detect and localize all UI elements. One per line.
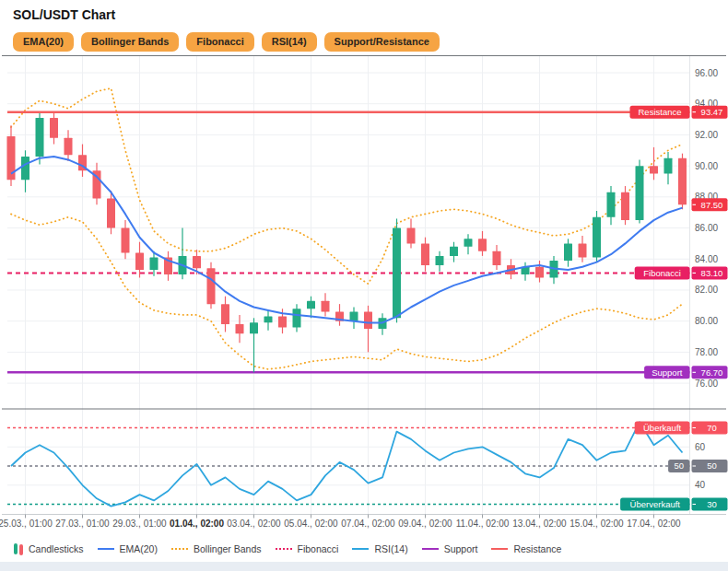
svg-text:Überverkauft: Überverkauft [630, 499, 681, 509]
svg-text:84.00: 84.00 [695, 254, 718, 264]
svg-text:09.04., 02:00: 09.04., 02:00 [398, 519, 452, 529]
indicator-button-bollinger-bands[interactable]: Bollinger Bands [81, 32, 179, 52]
legend-item-candlesticks: Candlesticks [14, 542, 84, 554]
svg-text:01.04., 02:00: 01.04., 02:00 [170, 519, 224, 529]
svg-text:83.10: 83.10 [701, 268, 723, 278]
bollinger-lower-band [11, 214, 683, 369]
legend-item-support: Support [422, 543, 478, 554]
legend-label: Bollinger Bands [194, 543, 262, 554]
legend-item-ema-20-: EMA(20) [98, 543, 158, 554]
svg-text:87.50: 87.50 [701, 200, 723, 210]
legend-swatch [352, 548, 369, 550]
svg-text:92.00: 92.00 [695, 130, 718, 140]
svg-text:Resistance: Resistance [639, 107, 682, 117]
legend-item-bollinger-bands: Bollinger Bands [171, 543, 262, 554]
resistance-tag: Resistance93.47 [630, 106, 728, 119]
svg-text:27.03., 01:00: 27.03., 01:00 [55, 519, 110, 529]
indicator-toolbar: EMA(20)Bollinger BandsFibonacciRSI(14)Su… [13, 32, 728, 52]
svg-text:11.04., 02:00: 11.04., 02:00 [456, 519, 510, 529]
svg-text:82.00: 82.00 [695, 285, 718, 295]
svg-text:86.00: 86.00 [695, 223, 718, 233]
svg-text:15.04., 02:00: 15.04., 02:00 [569, 519, 624, 529]
legend-label: Fibonacci [298, 543, 339, 554]
svg-text:29.03., 01:00: 29.03., 01:00 [112, 519, 167, 529]
price-chart[interactable]: 96.0094.0092.0090.0088.0086.0084.0082.00… [0, 52, 728, 537]
svg-text:40: 40 [695, 480, 706, 490]
legend-swatch [276, 548, 292, 550]
svg-text:93.47: 93.47 [701, 107, 723, 117]
svg-text:76.00: 76.00 [695, 379, 718, 389]
legend-label: EMA(20) [120, 543, 158, 554]
svg-text:50: 50 [707, 460, 717, 471]
svg-text:Fibonacci: Fibonacci [643, 268, 681, 278]
legend-label: Resistance [513, 543, 561, 554]
trading-chart-page: SOL/USDT Chart EMA(20)Bollinger BandsFib… [0, 0, 728, 571]
last-price-tag: 87.50 [692, 198, 728, 211]
rsi-overbought-tag: Überkauft70 [635, 422, 728, 435]
indicator-button-support-resistance[interactable]: Support/Resistance [324, 32, 440, 52]
svg-text:50: 50 [675, 460, 685, 471]
svg-text:70: 70 [707, 423, 717, 433]
legend-swatch [98, 548, 114, 550]
svg-text:25.03., 01:00: 25.03., 01:00 [0, 519, 53, 529]
legend-item-rsi-14-: RSI(14) [352, 543, 407, 554]
legend-label: Candlesticks [29, 543, 84, 554]
rsi-oversold-tag: Überverkauft30 [620, 498, 727, 511]
svg-text:78.00: 78.00 [695, 347, 718, 357]
time-axis: 25.03., 01:0027.03., 01:0029.03., 01:000… [0, 519, 681, 529]
support-tag: Support76.70 [644, 366, 727, 379]
legend-swatch [422, 548, 439, 550]
svg-text:03.04., 02:00: 03.04., 02:00 [227, 519, 281, 529]
svg-text:Support: Support [652, 367, 683, 378]
svg-text:76.70: 76.70 [701, 367, 723, 378]
legend-label: RSI(14) [374, 543, 407, 554]
legend-item-resistance: Resistance [491, 543, 561, 554]
rsi-mid-tag: 5050 [668, 460, 727, 472]
legend-label: Support [444, 543, 478, 554]
indicator-button-fibonacci[interactable]: Fibonacci [186, 32, 253, 52]
svg-text:17.04., 02:00: 17.04., 02:00 [627, 519, 681, 529]
rsi-line [11, 422, 683, 506]
svg-text:96.00: 96.00 [695, 68, 718, 78]
svg-text:60: 60 [695, 442, 706, 452]
candlesticks-icon [14, 542, 23, 554]
ema-line [11, 157, 683, 322]
indicator-button-ema-20-[interactable]: EMA(20) [13, 32, 74, 52]
chart-legend: CandlesticksEMA(20)Bollinger BandsFibona… [0, 537, 728, 559]
svg-text:07.04., 02:00: 07.04., 02:00 [341, 519, 395, 529]
legend-swatch [171, 548, 188, 550]
svg-text:05.04., 02:00: 05.04., 02:00 [284, 519, 338, 529]
svg-text:80.00: 80.00 [695, 316, 718, 326]
candlestick-series [7, 111, 687, 372]
svg-text:13.04., 02:00: 13.04., 02:00 [512, 519, 567, 529]
svg-text:90.00: 90.00 [695, 161, 718, 171]
indicator-button-rsi-14-[interactable]: RSI(14) [262, 32, 317, 52]
svg-text:30: 30 [707, 499, 717, 509]
svg-text:Überkauft: Überkauft [643, 423, 682, 433]
gridlines [7, 56, 690, 515]
legend-item-fibonacci: Fibonacci [276, 543, 339, 554]
legend-swatch [491, 548, 508, 550]
bottom-scrollbar[interactable] [0, 562, 728, 571]
fibonacci-tag: Fibonacci83.10 [635, 266, 728, 279]
page-title: SOL/USDT Chart [13, 7, 728, 22]
